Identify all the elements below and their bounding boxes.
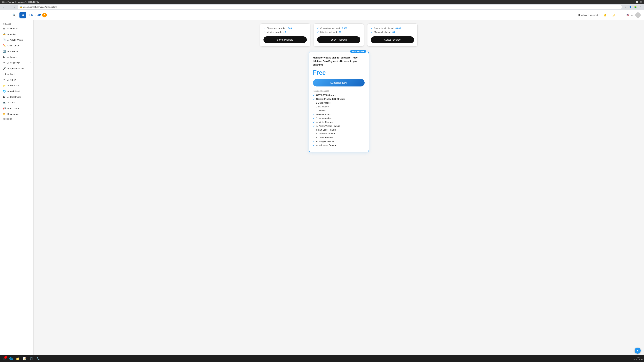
featured-card-wrap: Most Popular Mandatory Base plan for all… <box>37 52 641 152</box>
check-icon: ✓ <box>313 98 315 100</box>
create-doc-label: Create AI Document <box>578 14 598 16</box>
scroll-top-btn[interactable]: ▲ <box>634 348 641 354</box>
sidebar-item-ai-voiceover[interactable]: 🎙 AI Voiceover › <box>0 60 33 65</box>
check-icon: ✓ <box>313 109 315 112</box>
taskbar-windows-btn[interactable]: ⊞ 1 <box>1 356 8 362</box>
characters-value: 3,000 <box>342 27 347 29</box>
feature-row-ai-rewriter: ✓ AI ReWriter Feature <box>313 132 364 135</box>
sidebar-item-brand-voice[interactable]: 📢 Brand Voice <box>0 105 33 111</box>
forward-btn[interactable]: › <box>7 5 11 9</box>
sidebar-item-ai-vision[interactable]: 👁 AI Vision <box>0 77 33 83</box>
sidebar-item-dashboard[interactable]: ⊞ Dashboard <box>0 26 33 31</box>
chevron-right-icon: › <box>30 62 31 64</box>
brand-voice-icon: 📢 <box>3 107 6 110</box>
sidebar-item-smart-editor[interactable]: ✏️ Smart Editor <box>0 43 33 48</box>
logo-gear-icon: ⚙ <box>42 13 47 17</box>
check-icon: ✓ <box>313 102 315 104</box>
ai-rewriter-icon: 🔄 <box>3 50 6 53</box>
taskbar-item-2[interactable]: 📁 <box>15 356 21 362</box>
select-package-btn-3[interactable]: Select Package <box>371 36 414 43</box>
sidebar-item-ai-speech-to-text[interactable]: 🎤 AI Speech to Text <box>0 65 33 71</box>
smart-editor-icon: ✏️ <box>3 44 6 47</box>
lang-selector[interactable]: 🇺🇸 En <box>626 14 632 16</box>
feature-text: AI Images Feature <box>316 140 334 143</box>
feature-text: GPT 3.5T 200 words <box>316 94 336 96</box>
sidebar-item-ai-file-chat[interactable]: 📁 AI File Chat <box>0 83 33 88</box>
ai-chat-image-icon: 🖼 <box>3 95 6 98</box>
check-icon: ✓ <box>371 31 373 33</box>
ai-code-icon: 💻 <box>3 101 6 104</box>
ai-web-chat-icon: 🌐 <box>3 90 6 93</box>
minimize-btn[interactable]: ─ <box>632 1 634 3</box>
feature-row-team: ✓ 1 team members <box>313 117 364 119</box>
restore-btn[interactable]: ⬜ <box>636 1 638 3</box>
sidebar-section-ai-panel: AI PANEL <box>0 22 33 26</box>
select-package-btn-1[interactable]: Select Package <box>264 36 307 43</box>
taskbar-item-5[interactable]: 🔧 <box>35 356 41 362</box>
feature-row-gpt: ✓ GPT 3.5T 200 words <box>313 94 364 96</box>
price-tag: Free <box>313 69 364 76</box>
search-icon[interactable]: 🔍 <box>12 12 17 18</box>
sidebar-item-label: AI Article Wizard <box>8 39 23 41</box>
fullscreen-icon[interactable]: ⛶ <box>618 12 624 18</box>
minutes-value: 30 <box>339 31 341 33</box>
sidebar-item-label: AI Code <box>8 101 15 104</box>
pricing-card-1: ✓ Characters Included: 500 ✓ Minutes Inc… <box>260 23 310 46</box>
sidebar-item-ai-chat[interactable]: 💬 AI Chat <box>0 71 33 77</box>
minutes-label: Minutes Included: <box>374 31 391 33</box>
hamburger-icon[interactable]: ☰ <box>3 12 9 18</box>
minutes-value: 5 <box>285 31 286 33</box>
sidebar-item-ai-chat-image[interactable]: 🖼 AI Chat Image <box>0 94 33 100</box>
feature-text: AI Voiceover Feature <box>316 144 336 146</box>
subscribe-now-btn[interactable]: Subscribe Now <box>313 79 364 86</box>
clock-date: 2024-07-03 <box>633 359 643 361</box>
logo-text: CPRT Soft <box>28 13 41 16</box>
browser-navbar: ‹ › ↻ 🔒 aitools.cprtsoft.com/user/pricin… <box>0 4 644 10</box>
avatar[interactable] <box>635 12 641 18</box>
check-icon: ✓ <box>313 121 315 123</box>
theme-toggle-icon[interactable]: 🌙 <box>610 12 616 18</box>
address-bar[interactable]: 🔒 aitools.cprtsoft.com/user/pricing/plan… <box>18 5 622 9</box>
sidebar-item-documents[interactable]: 📂 Documents › <box>0 111 33 117</box>
url-text: aitools.cprtsoft.com/user/pricing/plans <box>23 6 57 8</box>
characters-label: Characters Included: <box>374 27 394 29</box>
sidebar-item-ai-writer[interactable]: ✍ AI Writer <box>0 31 33 37</box>
profile-icon[interactable]: 👤 <box>628 5 632 9</box>
check-icon: ✓ <box>313 94 315 96</box>
sidebar-item-ai-article-wizard[interactable]: 📄 AI Article Wizard <box>0 37 33 43</box>
main-body: AI PANEL ⊞ Dashboard ✍ AI Writer 📄 AI Ar… <box>0 20 644 362</box>
sidebar-item-ai-code[interactable]: 💻 AI Code <box>0 100 33 105</box>
minutes-label: Minutes Included: <box>267 31 284 33</box>
taskbar-item-3[interactable]: 📝 <box>22 356 28 362</box>
create-doc-btn[interactable]: Create AI Document ▾ <box>578 14 600 16</box>
extension-icon[interactable]: 🧩 <box>633 5 637 9</box>
feature-row-ai-article: ✓ AI Article Wizard Feature <box>313 125 364 127</box>
taskbar-item-4[interactable]: 🎵 <box>28 356 34 362</box>
characters-value: 8,000 <box>396 27 401 29</box>
nav-right: Create AI Document ▾ 🔔 🌙 ⛶ 🇺🇸 En <box>578 12 641 18</box>
close-btn[interactable]: ✕ <box>640 1 642 3</box>
reload-btn[interactable]: ↻ <box>12 5 16 9</box>
pricing-card-3: ✓ Characters Included: 8,000 ✓ Minutes I… <box>367 23 418 46</box>
bell-icon[interactable]: 🔔 <box>602 12 608 18</box>
back-btn[interactable]: ‹ <box>2 5 6 9</box>
plan-description: Mandatory Base plan for all users - Free… <box>313 56 364 66</box>
sidebar-item-ai-web-chat[interactable]: 🌐 AI Web Chat <box>0 88 33 94</box>
menu-dots-icon[interactable]: ⋮ <box>638 5 642 9</box>
chevron-down-icon: ▾ <box>598 14 600 16</box>
feature-text: Gemini Pro Model 200 words <box>316 98 345 100</box>
taskbar-item-1[interactable]: 🌐 <box>8 356 14 362</box>
logo-area: C CPRT Soft ⚙ <box>20 12 47 18</box>
sidebar-item-ai-images[interactable]: 🖼 AI Images <box>0 54 33 60</box>
clock-time: 15:03 <box>633 357 643 359</box>
sidebar-item-ai-rewriter[interactable]: 🔄 AI ReWriter <box>0 48 33 54</box>
bookmark-icon[interactable]: ☆ <box>623 5 627 9</box>
feature-text: 1 Dalle images <box>316 102 330 104</box>
sidebar-item-label: AI Voiceover <box>8 61 20 64</box>
content-area: ✓ Characters Included: 500 ✓ Minutes Inc… <box>34 20 644 362</box>
sidebar-item-label: Smart Editor <box>8 44 20 47</box>
check-icon: ✓ <box>313 144 315 146</box>
sidebar-item-label: AI ReWriter <box>8 50 18 53</box>
browser-title-bar: 5-Sec. Forward (by keyframe) / 00:38:45(… <box>0 0 644 4</box>
select-package-btn-2[interactable]: Select Package <box>317 36 360 43</box>
